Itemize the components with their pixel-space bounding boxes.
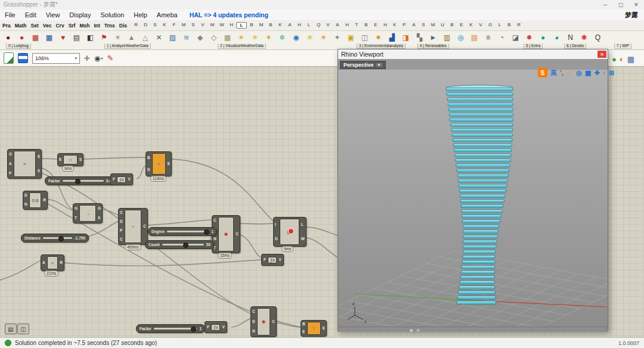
count-slider-track[interactable] bbox=[162, 244, 204, 246]
domain-node[interactable]: DN0.6R bbox=[23, 191, 48, 210]
expression-node-0-port-f[interactable]: F bbox=[112, 177, 116, 182]
range-node[interactable]: BD↑E bbox=[145, 151, 172, 176]
move-node-port-x[interactable]: X bbox=[97, 216, 101, 221]
pipe-node-port-n[interactable]: N bbox=[252, 329, 256, 334]
expression-node-1[interactable]: FƒxV bbox=[261, 254, 284, 266]
factor-slider-2-knob[interactable] bbox=[191, 327, 196, 332]
degree-slider-knob[interactable] bbox=[204, 229, 209, 235]
ease-node-port-e[interactable]: E bbox=[58, 157, 62, 163]
upload-icon[interactable]: ↑ bbox=[603, 68, 606, 77]
wire-20[interactable] bbox=[306, 227, 338, 235]
divide-node-port-d[interactable]: D bbox=[119, 219, 123, 225]
equals-node[interactable]: A=R bbox=[41, 254, 64, 271]
viewport-status-icon-0[interactable]: ▣ bbox=[410, 328, 413, 332]
wire-13[interactable] bbox=[64, 260, 262, 266]
loft-node-port-w[interactable]: W bbox=[301, 237, 305, 242]
lang-indicator[interactable]: 英 bbox=[550, 68, 557, 77]
apps-icon[interactable]: ⊞ bbox=[609, 68, 614, 77]
perspective-dropdown[interactable]: Perspective ▼ bbox=[340, 61, 386, 69]
wire-0[interactable] bbox=[41, 159, 57, 159]
viewport-status-icon-1[interactable]: ⊞ bbox=[417, 328, 420, 332]
factor-slider-knob[interactable] bbox=[75, 179, 80, 184]
expression-node-1-port-f[interactable]: F bbox=[263, 257, 267, 263]
expression-node-2-port-v[interactable]: V bbox=[221, 325, 225, 330]
pipe-node-port-c[interactable]: C bbox=[252, 309, 256, 315]
pipe-node[interactable]: CDN✱C bbox=[250, 306, 277, 337]
factor-slider[interactable]: Factor0.4 bbox=[45, 176, 115, 185]
surface-node-port-a[interactable]: A bbox=[8, 161, 13, 167]
expression-node-2-port-f[interactable]: F bbox=[206, 325, 210, 330]
surface-node-port-x[interactable]: X bbox=[37, 169, 41, 174]
count-slider[interactable]: Count50 bbox=[145, 240, 214, 249]
domain-node-port-r[interactable]: R bbox=[42, 198, 47, 203]
domain-node-port-n[interactable]: N bbox=[24, 202, 28, 207]
expression-node-2[interactable]: FƒxV bbox=[205, 321, 227, 333]
wire-11[interactable] bbox=[239, 223, 273, 224]
tower-model[interactable] bbox=[446, 85, 513, 304]
divide-node-port-c[interactable]: C bbox=[119, 237, 123, 243]
wire-12[interactable] bbox=[239, 234, 262, 258]
viewport-titlebar[interactable]: Rhino Viewport ✕ bbox=[338, 49, 608, 60]
distance-slider-knob[interactable] bbox=[58, 236, 64, 241]
expression-node-0[interactable]: FƒxV bbox=[110, 173, 133, 185]
divide-node-port-c[interactable]: C bbox=[143, 224, 147, 229]
emoji-icon[interactable]: ☺ bbox=[566, 68, 573, 77]
loft-node-port-l[interactable]: L bbox=[301, 222, 305, 228]
split-circle-icon[interactable]: ◐ bbox=[620, 55, 624, 64]
sogou-logo[interactable]: S bbox=[538, 68, 547, 77]
curve-node-port-c[interactable]: C bbox=[213, 218, 217, 223]
range-node-port-b[interactable]: B bbox=[147, 156, 151, 161]
canvas-mini-button-1[interactable]: ◫ bbox=[17, 324, 29, 334]
range-node-port-d[interactable]: D bbox=[147, 167, 151, 173]
curve-node-port-c[interactable]: C bbox=[235, 232, 239, 237]
range-node-2-port-b[interactable]: B bbox=[302, 322, 306, 327]
loft-node-port-i[interactable]: I bbox=[274, 222, 278, 228]
pipe-node-port-c[interactable]: C bbox=[271, 319, 275, 325]
wire-22[interactable] bbox=[0, 260, 41, 280]
viewport-close-icon[interactable]: ✕ bbox=[597, 51, 606, 58]
chevron-down-icon[interactable]: ▼ bbox=[376, 63, 382, 67]
range-node-port-e[interactable]: E bbox=[167, 161, 171, 167]
expression-node-1-port-v[interactable]: V bbox=[278, 257, 281, 263]
divide-node-port-c[interactable]: C bbox=[119, 210, 123, 216]
move-node-port-g[interactable]: G bbox=[97, 206, 101, 212]
keyboard-icon[interactable]: ▦ bbox=[585, 68, 591, 77]
pipe-node-port-d[interactable]: D bbox=[252, 319, 256, 325]
divide-node[interactable]: CDPC÷C bbox=[118, 208, 148, 245]
distance-slider-track[interactable] bbox=[43, 237, 72, 239]
divide-node-port-p[interactable]: P bbox=[119, 228, 123, 234]
wire-8[interactable] bbox=[147, 220, 212, 225]
distance-slider[interactable]: Distance-1.750 bbox=[21, 234, 89, 243]
surface-node-port-g[interactable]: G bbox=[8, 152, 13, 157]
factor-slider-2[interactable]: Factor1 bbox=[136, 324, 205, 333]
loft-node-port-d[interactable]: D bbox=[274, 237, 278, 242]
move-node[interactable]: GT→GX bbox=[73, 203, 103, 223]
viewport-canvas[interactable]: z x bbox=[338, 70, 608, 327]
green-sphere-icon[interactable]: ● bbox=[612, 55, 617, 64]
expression-node-0-port-v[interactable]: V bbox=[127, 177, 131, 182]
move-node-port-t[interactable]: T bbox=[74, 216, 78, 221]
wire-21[interactable] bbox=[306, 238, 338, 257]
factor-slider-track[interactable] bbox=[63, 180, 104, 182]
wire-2[interactable] bbox=[82, 157, 145, 159]
range-node-2-port-e[interactable]: E bbox=[302, 330, 306, 335]
surface-node-port-p[interactable]: P bbox=[8, 171, 13, 176]
equals-node-port-a[interactable]: A bbox=[42, 260, 46, 266]
count-slider-knob[interactable] bbox=[183, 243, 188, 248]
wire-4[interactable] bbox=[137, 166, 145, 179]
degree-slider-track[interactable] bbox=[167, 231, 209, 232]
canvas-mini-button-0[interactable]: ▤ bbox=[5, 324, 17, 334]
move-node-port-g[interactable]: G bbox=[74, 206, 78, 212]
punctuation-indicator[interactable]: ’, bbox=[560, 68, 564, 77]
ease-node[interactable]: E∩S bbox=[57, 153, 83, 166]
range-node-2-port-e[interactable]: E bbox=[322, 326, 326, 331]
mic-icon[interactable]: ◎ bbox=[576, 68, 582, 77]
domain-node-port-d[interactable]: D bbox=[24, 193, 28, 198]
wire-18[interactable] bbox=[231, 318, 251, 327]
factor-slider-2-track[interactable] bbox=[154, 328, 197, 330]
degree-slider[interactable]: Degree1 bbox=[148, 227, 217, 236]
surface-node-port-s[interactable]: S bbox=[37, 154, 41, 160]
ease-node-port-s[interactable]: S bbox=[79, 157, 82, 163]
wire-14[interactable] bbox=[171, 159, 273, 221]
curve-node-port-n[interactable]: N bbox=[213, 237, 217, 242]
